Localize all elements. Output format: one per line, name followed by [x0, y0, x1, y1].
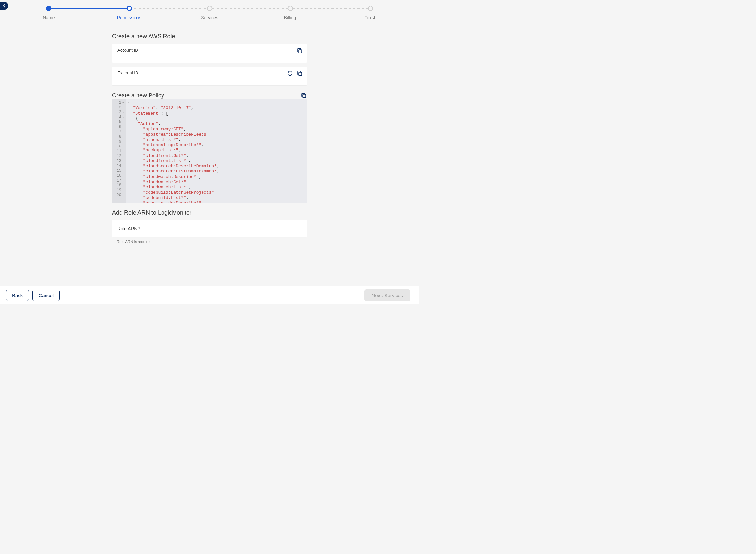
step-permissions[interactable]: Permissions [113, 6, 146, 20]
account-id-card: Account ID [112, 44, 307, 63]
step-label: Name [43, 15, 55, 20]
cancel-button[interactable]: Cancel [32, 290, 60, 301]
next-button[interactable]: Next: Services [364, 289, 410, 301]
code-line: { [128, 116, 305, 121]
fold-marker-icon[interactable]: ▾ [121, 111, 124, 115]
step-finish: Finish [354, 6, 387, 20]
main-content: Create a new AWS Role Account ID Externa… [112, 33, 307, 243]
step-label: Billing [284, 15, 296, 20]
role-arn-helper: Role ARN is required [117, 240, 307, 243]
code-line: "athena:List*", [128, 137, 305, 143]
code-line: "Action": [ [128, 121, 305, 127]
gutter-line: 11 [113, 149, 125, 154]
gutter-line: 13 [113, 159, 125, 164]
role-arn-label: Role ARN * [117, 226, 302, 231]
code-line: "cloudwatch:Describe*", [128, 174, 305, 179]
code-line: "codebuild:List*", [128, 196, 305, 201]
code-line: "Version": "2012-10-17", [128, 106, 305, 111]
code-line: "Statement": [ [128, 111, 305, 116]
copy-account-id-button[interactable] [296, 47, 303, 54]
gutter-line: 2 [113, 105, 125, 110]
copy-icon [301, 93, 306, 98]
step-label: Finish [364, 15, 376, 20]
gutter-line: 15 [113, 169, 125, 173]
step-label: Permissions [117, 15, 141, 20]
code-line: "cloudwatch:List*", [128, 185, 305, 190]
gutter-line: 1 ▾ [113, 100, 125, 105]
wizard-footer: Back Cancel Next: Services [0, 286, 419, 304]
gutter-line: 19 [113, 188, 125, 193]
policy-code-editor[interactable]: 1 ▾23 ▾4 ▾5 ▾67891011121314151617181920 … [112, 99, 307, 203]
step-label: Services [201, 15, 218, 20]
refresh-external-id-button[interactable] [286, 70, 294, 77]
code-line: "cloudfront:List*", [128, 159, 305, 164]
code-line: "apigateway:GET", [128, 127, 305, 132]
fold-marker-icon[interactable]: ▾ [121, 116, 124, 119]
copy-icon [297, 48, 303, 54]
code-body[interactable]: { "Version": "2012-10-17", "Statement": … [126, 99, 307, 203]
copy-policy-button[interactable] [300, 92, 307, 99]
gutter-line: 6 [113, 125, 125, 129]
copy-external-id-button[interactable] [296, 70, 303, 77]
code-line: "cloudsearch:ListDomainNames", [128, 169, 305, 174]
svg-rect-2 [303, 95, 305, 98]
account-id-label: Account ID [117, 48, 302, 53]
code-line: "cloudfront:Get*", [128, 153, 305, 159]
add-arn-title: Add Role ARN to LogicMonitor [112, 210, 307, 216]
code-line: "backup:List*", [128, 148, 305, 153]
code-gutter: 1 ▾23 ▾4 ▾5 ▾67891011121314151617181920 [112, 99, 126, 203]
step-circle-upcoming [368, 6, 373, 11]
gutter-line: 5 ▾ [113, 120, 125, 125]
gutter-line: 16 [113, 173, 125, 178]
step-circle-upcoming [288, 6, 293, 11]
gutter-line: 3 ▾ [113, 110, 125, 115]
gutter-line: 20 [113, 193, 125, 198]
step-circle-completed [46, 6, 51, 11]
create-role-title: Create a new AWS Role [112, 33, 307, 40]
gutter-line: 12 [113, 154, 125, 159]
step-name[interactable]: Name [33, 6, 65, 20]
create-policy-title: Create a new Policy [112, 92, 164, 99]
fold-marker-icon[interactable]: ▾ [121, 101, 124, 105]
gutter-line: 17 [113, 178, 125, 183]
code-line: "cloudsearch:DescribeDomains", [128, 164, 305, 169]
gutter-line: 18 [113, 183, 125, 188]
code-line: "codebuild:BatchGetProjects", [128, 190, 305, 195]
code-line: "cloudwatch:Get*", [128, 179, 305, 185]
step-circle-upcoming [207, 6, 212, 11]
refresh-icon [287, 70, 293, 76]
gutter-line: 14 [113, 164, 125, 169]
gutter-line: 10 [113, 144, 125, 149]
copy-icon [297, 70, 303, 76]
step-circle-current [127, 6, 132, 11]
code-line: "appstream:DescribeFleets", [128, 132, 305, 137]
sidebar-expand-tab[interactable] [0, 2, 8, 10]
role-arn-field[interactable]: Role ARN * [112, 220, 307, 237]
wizard-stepper: Name Permissions Services Billing Finish [33, 0, 387, 20]
svg-rect-0 [299, 50, 302, 53]
step-billing: Billing [274, 6, 306, 20]
back-button[interactable]: Back [6, 290, 29, 301]
svg-rect-1 [299, 72, 302, 76]
code-line: { [128, 100, 305, 106]
external-id-label: External ID [117, 70, 302, 75]
gutter-line: 4 ▾ [113, 115, 125, 120]
chevron-left-icon [3, 4, 6, 8]
code-line: "autoscaling:Describe*", [128, 143, 305, 148]
step-services: Services [193, 6, 226, 20]
code-line: "cognito-idp:Describe*", [128, 201, 305, 203]
external-id-card: External ID [112, 67, 307, 86]
gutter-line: 7 [113, 129, 125, 134]
gutter-line: 9 [113, 139, 125, 144]
gutter-line: 8 [113, 134, 125, 139]
fold-marker-icon[interactable]: ▾ [121, 121, 124, 124]
